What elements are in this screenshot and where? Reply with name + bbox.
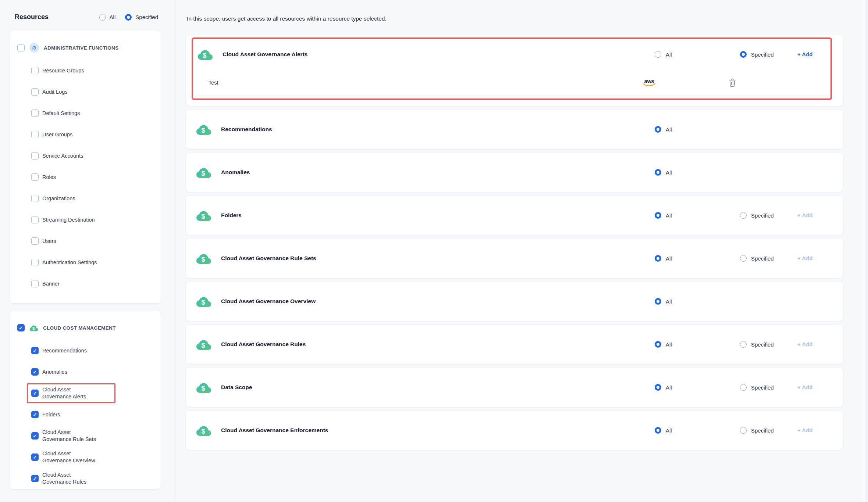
checkbox[interactable] [31,110,39,117]
radio-specified-label: Specified [751,427,774,434]
svg-text:$: $ [202,256,205,263]
checkbox[interactable] [31,67,39,74]
checkbox[interactable] [31,131,39,138]
checkbox[interactable] [31,453,39,461]
add-button[interactable]: + Add [797,341,813,347]
item-label: Anomalies [42,369,67,376]
sidebar-item-banner[interactable]: Banner [10,273,161,294]
cloud-dollar-icon: $ [196,381,211,393]
item-label: Default Settings [42,110,80,117]
item-label: Cloud Asset Governance Alerts [42,386,101,400]
group-title: CLOUD COST MANAGEMENT [43,325,116,331]
add-button[interactable]: + Add [797,384,813,390]
radio-all[interactable] [655,384,661,391]
radio-specified[interactable] [740,212,747,219]
checkbox[interactable] [31,173,39,181]
item-label: Cloud Asset Governance Rules [42,471,101,485]
resource-type-title: Cloud Asset Governance Rule Sets [221,255,643,262]
radio-specified[interactable] [740,341,747,348]
resource-row-cag-overview: $ Cloud Asset Governance Overview All [186,282,843,321]
sidebar-item-cag-rules[interactable]: Cloud Asset Governance Rules [10,468,161,489]
sidebar-item-resource-groups[interactable]: Resource Groups [10,60,161,81]
resource-row-cag-enforcements: $ Cloud Asset Governance Enforcements Al… [186,411,843,450]
radio-all[interactable] [655,427,661,434]
sidebar-item-streaming-destination[interactable]: Streaming Destination [10,209,161,230]
radio-all-label: All [666,427,672,434]
radio-specified[interactable] [740,255,747,262]
highlight-box: Cloud Asset Governance Alerts [27,383,115,403]
add-button[interactable]: + Add [797,427,813,433]
item-label: Cloud Asset Governance Overview [42,450,101,464]
sidebar-item-users[interactable]: Users [10,230,161,252]
checkbox[interactable] [31,280,39,287]
resource-type-title: Folders [221,212,643,219]
sidebar-item-cloud-asset-governance-alerts[interactable]: Cloud Asset Governance Alerts [10,383,161,404]
scope-main-panel: In this scope, users get access to all r… [175,0,868,502]
resource-type-title: Data Scope [221,384,643,391]
sidebar-item-service-accounts[interactable]: Service Accounts [10,145,161,166]
add-button[interactable]: + Add [797,51,813,57]
trash-icon[interactable] [728,78,736,87]
resource-type-title: Anomalies [221,169,643,176]
sidebar-group-cloud-cost-management: $ CLOUD COST MANAGEMENT Recommendations … [10,311,161,489]
item-label: Audit Logs [42,89,68,96]
radio-all[interactable] [655,126,661,133]
checkbox[interactable] [31,411,39,418]
resource-row-cag-rules: $ Cloud Asset Governance Rules All Speci… [186,325,843,364]
checkbox[interactable] [31,432,39,440]
sidebar-item-audit-logs[interactable]: Audit Logs [10,81,161,103]
radio-all[interactable] [655,169,661,176]
radio-all[interactable] [655,255,661,262]
sidebar-item-anomalies[interactable]: Anomalies [10,361,161,383]
radio-specified-label: Specified [751,51,774,58]
radio-all[interactable] [655,51,661,58]
checkbox[interactable] [31,390,39,397]
radio-specified[interactable] [740,384,747,391]
group-header: $ CLOUD COST MANAGEMENT [10,322,161,334]
add-button[interactable]: + Add [797,255,813,261]
checkbox[interactable] [31,88,39,96]
sidebar-item-recommendations[interactable]: Recommendations [10,340,161,361]
scope-option-all[interactable]: All [99,14,116,21]
checkbox[interactable] [31,152,39,159]
group-checkbox[interactable] [17,324,25,331]
sidebar-item-organizations[interactable]: Organizations [10,188,161,209]
radio-all[interactable] [655,212,661,219]
group-checkbox[interactable] [17,44,25,51]
permissions-scope-screen: Resources All Specified ADMINISTRATIVE F… [0,0,868,502]
checkbox[interactable] [31,216,39,223]
sidebar-item-default-settings[interactable]: Default Settings [10,103,161,124]
checkbox[interactable] [31,237,39,245]
checkbox[interactable] [31,368,39,376]
svg-text:$: $ [202,127,205,134]
item-label: Authentication Settings [42,259,97,266]
scrollbar-track[interactable] [865,0,868,502]
sidebar-item-cag-rule-sets[interactable]: Cloud Asset Governance Rule Sets [10,425,161,447]
item-label: Service Accounts [42,153,83,159]
radio-specified-label: Specified [135,14,158,20]
cloud-dollar-icon: $ [198,49,213,60]
checkbox[interactable] [31,195,39,202]
scope-option-specified[interactable]: Specified [125,14,158,21]
radio-all[interactable] [655,298,661,305]
radio-specified[interactable] [740,427,747,434]
group-title: ADMINISTRATIVE FUNCTIONS [44,45,118,51]
specified-resource-row: Test aws [194,70,830,96]
sidebar-item-authentication-settings[interactable]: Authentication Settings [10,252,161,273]
sidebar-item-folders[interactable]: Folders [10,404,161,425]
resources-header: Resources All Specified [15,13,158,21]
specified-resource-name: Test [209,80,642,86]
radio-specified[interactable] [740,51,747,58]
radio-specified[interactable] [125,14,132,21]
sidebar-item-roles[interactable]: Roles [10,166,161,188]
sidebar-item-user-groups[interactable]: User Groups [10,124,161,145]
checkbox[interactable] [31,475,39,482]
radio-all[interactable] [99,14,106,21]
radio-specified-label: Specified [751,255,774,262]
checkbox[interactable] [31,259,39,266]
radio-all[interactable] [655,341,661,348]
resource-row-data-scope: $ Data Scope All Specified + Add [186,368,843,407]
sidebar-item-cag-overview[interactable]: Cloud Asset Governance Overview [10,447,161,468]
checkbox[interactable] [31,347,39,354]
add-button[interactable]: + Add [797,212,813,218]
